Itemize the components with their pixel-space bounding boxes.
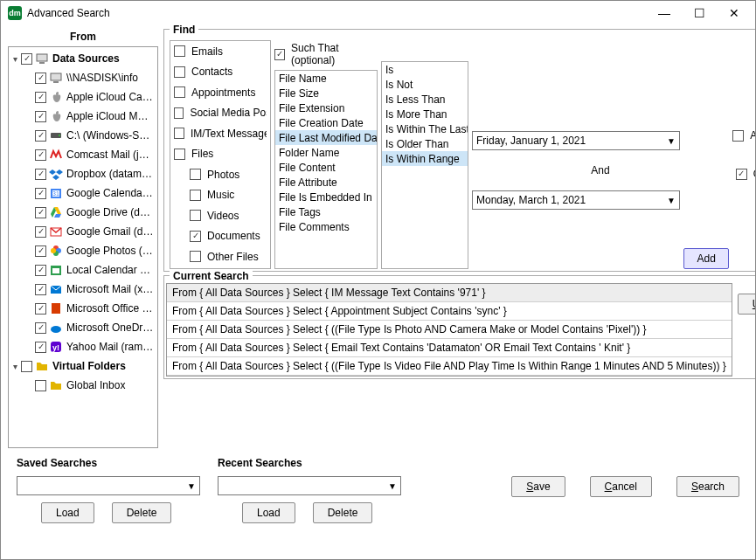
type-checkbox[interactable] [174,86,185,98]
field-row[interactable]: File Attribute [275,175,377,190]
type-checkbox[interactable] [174,128,184,139]
tree-checkbox[interactable] [35,73,46,84]
type-row[interactable]: Appointments [170,82,270,103]
field-row[interactable]: File Extension [275,100,377,115]
type-checkbox[interactable] [190,169,201,180]
tree-row[interactable]: Comcast Mail (jo… [9,145,157,164]
tree-row[interactable]: ▾Virtual Folders [9,356,157,376]
tree-row[interactable]: Apple iCloud Cale… [9,87,157,107]
field-row[interactable]: File Comments [275,219,377,234]
minimize-button[interactable]: — [647,2,682,24]
search-button[interactable]: Search [676,476,739,497]
close-button[interactable]: ✕ [717,2,752,24]
value-to-date[interactable]: Monday, March 1, 2021 ▼ [472,190,680,210]
type-checkbox[interactable] [174,107,184,119]
tree-checkbox[interactable] [21,53,32,65]
field-row[interactable]: File Creation Date [275,115,377,130]
and-checkbox[interactable] [732,130,744,142]
type-checkbox[interactable] [190,251,201,262]
save-button[interactable]: Save [511,476,565,497]
such-that-checkbox[interactable] [274,49,285,60]
data-sources-tree[interactable]: ▾Data Sources\\NASDISK\infoApple iCloud … [8,46,158,448]
type-row[interactable]: Photos [170,164,270,185]
field-row[interactable]: File Name [275,71,377,86]
add-button[interactable]: Add [683,248,728,269]
tree-row[interactable]: Dropbox (datam… [9,164,157,183]
search-row[interactable]: From { All Data Sources } Select { IM Me… [167,284,732,302]
saved-load-button[interactable]: Load [41,502,94,523]
search-row[interactable]: From { All Data Sources } Select { ((Fil… [167,321,732,339]
type-row[interactable]: Files [170,144,270,165]
maximize-button[interactable]: ☐ [682,2,717,24]
type-checkbox[interactable] [190,231,201,242]
tree-row[interactable]: Microsoft Office … [9,299,157,318]
tree-row[interactable]: Local Calendar (… [9,260,157,280]
tree-row[interactable]: y!Yahoo Mail (rame… [9,337,157,356]
field-row[interactable]: File Tags [275,204,377,219]
recent-load-button[interactable]: Load [242,502,295,523]
search-row[interactable]: From { All Data Sources } Select { Appoi… [167,302,732,321]
type-row[interactable]: Music [170,185,270,206]
current-search-list[interactable]: From { All Data Sources } Select { IM Me… [166,283,732,377]
tree-checkbox[interactable] [35,284,46,295]
cancel-button[interactable]: Cancel [590,476,652,497]
field-row[interactable]: File Last Modified Date [275,130,377,145]
value-from-date[interactable]: Friday, January 1, 2021 ▼ [472,131,680,150]
saved-searches-combo[interactable]: ▼ [17,476,200,495]
tree-checkbox[interactable] [35,342,46,353]
operator-row[interactable]: Is Within Range [382,151,468,166]
tree-row[interactable]: 31Google Calendar … [9,183,157,203]
tree-checkbox[interactable] [35,245,46,257]
field-row[interactable]: File Content [275,160,377,175]
field-row[interactable]: File Is Embedded In [275,190,377,204]
saved-delete-button[interactable]: Delete [112,502,172,523]
operator-row[interactable]: Is More Than [382,107,468,121]
tree-row[interactable]: Google Photos (d… [9,241,157,260]
tree-checkbox[interactable] [35,322,46,334]
type-row[interactable]: IM/Text Messages [170,123,270,144]
tree-checkbox[interactable] [35,149,46,161]
type-checkbox[interactable] [190,190,201,201]
field-row[interactable]: File Size [275,86,377,100]
operator-list[interactable]: IsIs NotIs Less ThanIs More ThanIs Withi… [381,61,468,269]
tree-checkbox[interactable] [35,169,46,180]
tree-row[interactable]: Global Inbox [9,376,157,395]
tree-row[interactable]: Apple iCloud Mail … [9,107,157,126]
tree-checkbox[interactable] [35,380,46,391]
type-row[interactable]: Contacts [170,62,270,83]
collapse-icon[interactable]: ▾ [9,362,21,371]
type-checkbox[interactable] [174,66,185,78]
tree-checkbox[interactable] [35,303,46,315]
recent-delete-button[interactable]: Delete [313,502,373,523]
operator-row[interactable]: Is [382,62,468,77]
undo-button[interactable]: Undo [738,294,756,315]
type-checkbox[interactable] [174,45,185,57]
type-checkbox[interactable] [174,149,185,160]
tree-checkbox[interactable] [35,265,46,276]
recent-searches-combo[interactable]: ▼ [218,476,401,495]
tree-row[interactable]: Microsoft OneDri… [9,318,157,337]
tree-row[interactable]: Google Drive (da… [9,203,157,222]
type-row[interactable]: Other Files [170,246,270,267]
collapse-icon[interactable]: ▾ [9,54,21,64]
tree-row[interactable]: ▾Data Sources [9,49,157,68]
operator-row[interactable]: Is Within The Last [382,121,468,136]
operator-row[interactable]: Is Less Than [382,92,468,107]
operator-row[interactable]: Is Not [382,77,468,92]
tree-row[interactable]: Google Gmail (da… [9,222,157,241]
type-checkbox[interactable] [190,210,201,221]
search-row[interactable]: From { All Data Sources } Select { ((Fil… [167,357,732,376]
tree-checkbox[interactable] [35,207,46,218]
tree-checkbox[interactable] [35,188,46,199]
tree-row[interactable]: Microsoft Mail (x… [9,280,157,299]
field-row[interactable]: Folder Name [275,145,377,160]
tree-row[interactable]: C:\ (Windows-SS… [9,126,157,145]
tree-row[interactable]: \\NASDISK\info [9,68,157,87]
operator-row[interactable]: Is Older Than [382,136,468,151]
type-row[interactable]: Social Media Posts [170,103,270,124]
tree-checkbox[interactable] [35,226,46,238]
tree-checkbox[interactable] [35,111,46,122]
search-row[interactable]: From { All Data Sources } Select { Email… [167,339,732,357]
or-checkbox[interactable] [736,169,747,180]
field-list[interactable]: File NameFile SizeFile ExtensionFile Cre… [274,70,378,269]
